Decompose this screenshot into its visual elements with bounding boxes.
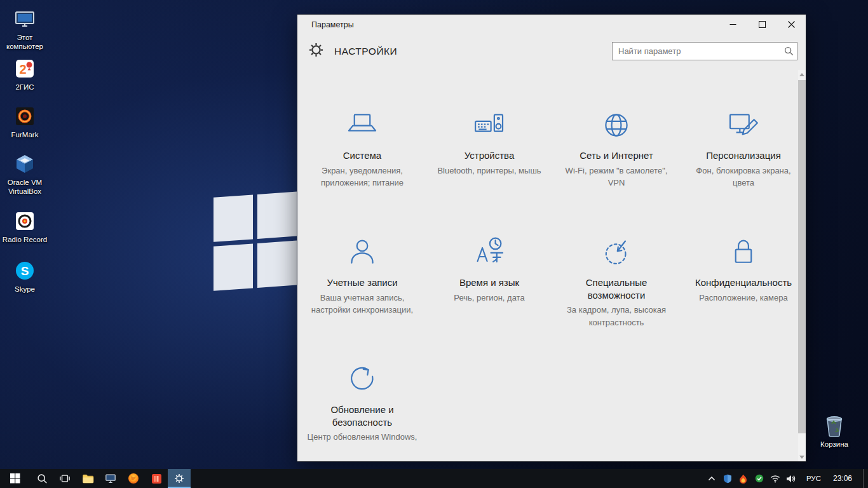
desktop-icon-2gis[interactable]: 2 2ГИС [0, 57, 50, 92]
tile-subtitle: Bluetooth, принтеры, мышь [431, 165, 547, 177]
tile-subtitle: Фон, блокировка экрана, цвета [686, 165, 801, 189]
show-desktop-button[interactable] [863, 469, 867, 488]
settings-header-title: НАСТРОЙКИ [334, 46, 397, 57]
virtualbox-icon [13, 152, 36, 175]
tile-title: Время и язык [435, 276, 543, 289]
desktop-icon-label: Oracle VM VirtualBox [0, 178, 50, 196]
desktop-icon-label: Radio Record [3, 235, 47, 244]
tile-subtitle: Wi-Fi, режим "в самолете", VPN [559, 165, 674, 189]
taskbar-settings-button[interactable] [168, 469, 191, 488]
settings-gear-icon [308, 41, 325, 61]
tile-title: Учетные записи [308, 276, 416, 289]
tile-title: Специальные возможности [562, 276, 670, 301]
tile-subtitle: За кадром, лупа, высокая контрастность [559, 304, 674, 329]
settings-content: Система Экран, уведомления, приложения; … [297, 70, 798, 461]
tile-subtitle: Расположение, камера [686, 292, 801, 304]
system-icon [301, 104, 423, 143]
tray-green-status-icon[interactable] [754, 473, 765, 484]
scroll-down-icon[interactable] [798, 452, 806, 461]
skype-icon: S [13, 259, 36, 282]
window-titlebar[interactable]: Параметры [297, 15, 806, 34]
globe-icon [555, 104, 677, 143]
desktop-icon-this-pc[interactable]: Этот компьютер [0, 8, 50, 51]
settings-search-input[interactable] [613, 46, 780, 56]
tile-time-language[interactable]: Время и язык Речь, регион, дата [428, 231, 550, 304]
desktop-icon-virtualbox[interactable]: Oracle VM VirtualBox [0, 152, 50, 196]
scroll-up-icon[interactable] [798, 70, 806, 79]
tile-title: Обновление и безопасность [308, 403, 416, 428]
tile-update-security[interactable]: Обновление и безопасность Центр обновлен… [301, 358, 423, 444]
task-view-button[interactable] [53, 469, 76, 488]
start-button[interactable] [0, 469, 31, 488]
wallpaper-windows-logo [214, 191, 300, 294]
settings-window: Параметры НАСТРОЙКИ [297, 15, 806, 461]
tile-accounts[interactable]: Учетные записи Ваша учетная запись, наст… [301, 231, 423, 316]
desktop-icon-label: FurMark [11, 130, 39, 139]
window-title: Параметры [311, 20, 354, 29]
scrollbar-thumb[interactable] [798, 80, 806, 433]
file-explorer-button[interactable] [76, 469, 99, 488]
desktop-icon-furmark[interactable]: FurMark [0, 105, 50, 139]
tile-system[interactable]: Система Экран, уведомления, приложения; … [301, 104, 423, 189]
minimize-button[interactable] [718, 15, 747, 34]
window-scrollbar[interactable] [798, 70, 806, 461]
ease-of-access-icon [555, 231, 677, 270]
tile-title: Устройства [435, 149, 543, 162]
tile-title: Персонализация [689, 149, 797, 162]
desktop-wallpaper: Этот компьютер 2 2ГИС FurMark Oracle VM … [0, 0, 868, 488]
recycle-bin-icon [823, 414, 846, 437]
search-icon[interactable] [780, 46, 797, 56]
svg-text:S: S [21, 264, 29, 278]
taskbar-empty-area [191, 469, 706, 488]
volume-icon[interactable] [785, 473, 797, 484]
update-icon [301, 358, 423, 397]
devices-icon [428, 104, 550, 143]
tile-ease-of-access[interactable]: Специальные возможности За кадром, лупа,… [555, 231, 677, 329]
svg-text:2: 2 [19, 62, 26, 76]
hidden-icons-chevron-icon[interactable] [706, 473, 717, 484]
settings-search-box[interactable] [612, 42, 797, 60]
account-icon [301, 231, 423, 270]
personalization-icon [682, 104, 804, 143]
maximize-button[interactable] [747, 15, 776, 34]
taskbar: РУС 23:06 [0, 469, 868, 488]
desktop-icon-label: Корзина [820, 440, 848, 449]
desktop-icon-recycle-bin[interactable]: Корзина [810, 414, 859, 449]
furmark-icon [13, 105, 36, 128]
taskbar-search-button[interactable] [31, 469, 53, 488]
firefox-button[interactable] [122, 469, 145, 488]
tile-privacy[interactable]: Конфиденциальность Расположение, камера [682, 231, 804, 304]
pinned-app-red-button[interactable] [145, 469, 168, 488]
desktop-icon-skype[interactable]: S Skype [0, 259, 50, 294]
tile-personalization[interactable]: Персонализация Фон, блокировка экрана, ц… [682, 104, 804, 189]
tile-title: Конфиденциальность [689, 276, 797, 289]
tile-subtitle: Центр обновления Windows, [304, 431, 420, 444]
tray-shield-icon[interactable] [722, 473, 733, 484]
close-button[interactable] [776, 15, 806, 34]
tray-flame-icon[interactable] [738, 473, 749, 484]
tile-subtitle: Речь, регион, дата [431, 292, 547, 304]
desktop-icon-label: 2ГИС [15, 83, 34, 92]
system-tray: РУС 23:06 [706, 469, 868, 488]
tile-devices[interactable]: Устройства Bluetooth, принтеры, мышь [428, 104, 550, 177]
desktop-icon-radio-record[interactable]: Radio Record [0, 210, 50, 244]
taskbar-clock[interactable]: 23:06 [831, 469, 858, 488]
desktop-icon-label: Skype [15, 285, 35, 294]
2gis-icon: 2 [13, 57, 36, 80]
radio-record-icon [13, 210, 36, 233]
language-indicator[interactable]: РУС [801, 469, 826, 488]
lock-icon [682, 231, 804, 270]
tile-subtitle: Ваша учетная запись, настройки синхрониз… [304, 292, 420, 316]
tile-title: Сеть и Интернет [562, 149, 670, 162]
tile-title: Система [308, 149, 416, 162]
pinned-app-button[interactable] [99, 469, 122, 488]
tile-subtitle: Экран, уведомления, приложения; питание [304, 165, 420, 189]
tile-network[interactable]: Сеть и Интернет Wi-Fi, режим "в самолете… [555, 104, 677, 189]
this-pc-icon [13, 8, 36, 30]
time-language-icon [428, 231, 550, 270]
network-icon[interactable] [770, 473, 781, 484]
desktop-icon-label: Этот компьютер [0, 33, 50, 51]
